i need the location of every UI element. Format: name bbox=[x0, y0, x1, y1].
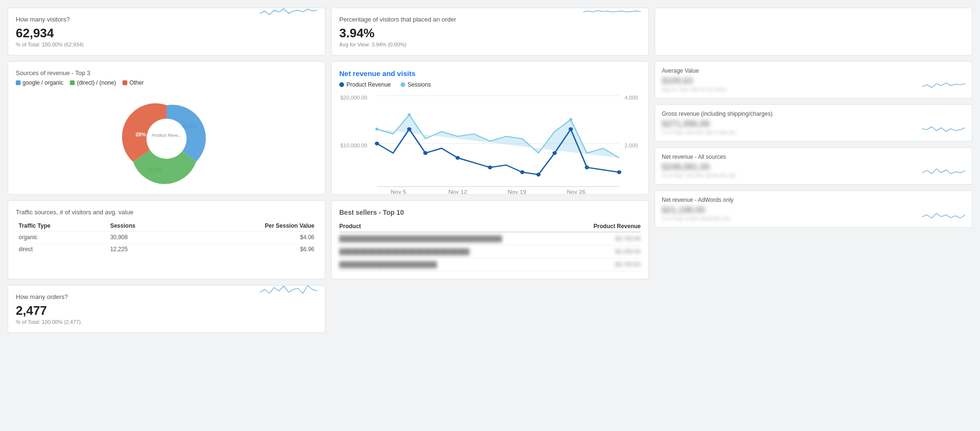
svg-text:40.6%: 40.6% bbox=[182, 123, 197, 129]
net-revenue-all-row: $248,081.00 % of Total: 100.00% ($248,08… bbox=[662, 162, 965, 178]
net-revenue-all-card: Net revenue - All sources $248,081.00 % … bbox=[655, 147, 972, 185]
bs-row-3: ████████████████████████ $9,789.84 bbox=[339, 258, 641, 271]
legend-item-google: google / organic bbox=[16, 79, 63, 86]
traffic-value-direct: $6.96 bbox=[183, 243, 317, 255]
visitors-sparkline bbox=[260, 1, 317, 21]
svg-text:Nov 26: Nov 26 bbox=[567, 189, 585, 195]
svg-point-18 bbox=[423, 151, 428, 155]
traffic-table: Traffic Type Sessions Per Session Value … bbox=[16, 221, 317, 255]
bs-col-product: Product bbox=[339, 221, 573, 232]
bs-row-1: ████████████████████████████████████████… bbox=[339, 232, 641, 245]
legend-product-revenue: Product Revenue bbox=[339, 81, 391, 88]
net-revenue-adwords-row: $21,198.00 % of Total: 8.55% ($248,081.0… bbox=[662, 205, 965, 221]
traffic-sessions-direct: 12,225 bbox=[107, 243, 183, 255]
svg-point-14 bbox=[408, 113, 411, 116]
gross-revenue-value: $271,996.89 bbox=[662, 119, 735, 129]
legend-label-sessions: Sessions bbox=[408, 81, 431, 88]
conversion-title: Percentage of visitors that placed an or… bbox=[339, 16, 583, 23]
sources-title: Sources of revenue - Top 3 bbox=[16, 69, 317, 77]
donut-chart: Product Reve... 40.6% 31.3% 28% bbox=[16, 91, 317, 187]
net-revenue-adwords-sub: % of Total: 8.55% ($248,081.00) bbox=[662, 216, 730, 221]
svg-point-15 bbox=[569, 118, 572, 121]
legend-label-revenue: Product Revenue bbox=[346, 81, 391, 88]
legend-circle-revenue bbox=[339, 82, 344, 87]
net-revenue-adwords-value: $21,198.00 bbox=[662, 205, 730, 215]
net-revenue-card: Net revenue and visits Product Revenue S… bbox=[331, 61, 649, 195]
traffic-card: Traffic sources, # of visitors and avg. … bbox=[8, 200, 325, 279]
traffic-value-organic: $4.06 bbox=[183, 232, 317, 243]
visitors-subtitle: % of Total: 100.00% (62,934) bbox=[16, 42, 260, 47]
legend-dot-other bbox=[122, 80, 127, 85]
right-col: Average Value $109.63 Avg for View: $94.… bbox=[655, 61, 972, 279]
bs-revenue-1: $9,789.84 bbox=[573, 232, 641, 245]
traffic-type-organic: organic bbox=[16, 232, 107, 243]
net-revenue-all-value: $248,081.00 bbox=[662, 162, 735, 172]
sources-card: Sources of revenue - Top 3 google / orga… bbox=[8, 61, 325, 195]
legend-label-direct: (direct) / (none) bbox=[77, 79, 116, 86]
gross-revenue-sub: % of Total: 100.00% ($271,996.89) bbox=[662, 130, 735, 135]
svg-point-26 bbox=[617, 170, 622, 174]
svg-text:31.3%: 31.3% bbox=[147, 166, 162, 172]
svg-point-22 bbox=[536, 173, 541, 177]
svg-point-20 bbox=[488, 166, 492, 169]
traffic-type-direct: direct bbox=[16, 243, 107, 255]
bs-product-3: ████████████████████████ bbox=[339, 258, 573, 271]
svg-text:Nov 19: Nov 19 bbox=[508, 189, 526, 195]
traffic-row-organic: organic 30,908 $4.06 bbox=[16, 232, 317, 243]
gross-revenue-title: Gross revenue (including shipping/charge… bbox=[662, 111, 965, 117]
svg-point-23 bbox=[553, 151, 557, 155]
svg-point-21 bbox=[520, 170, 524, 174]
avg-value-sub: Avg for View: $94.64 (15.83%) bbox=[662, 87, 726, 92]
svg-text:$10,000.00: $10,000.00 bbox=[340, 143, 367, 148]
bs-col-revenue: Product Revenue bbox=[573, 221, 641, 232]
svg-point-16 bbox=[375, 142, 379, 145]
net-revenue-adwords-title: Net revenue - AdWords only bbox=[662, 197, 965, 203]
traffic-title: Traffic sources, # of visitors and avg. … bbox=[16, 209, 317, 216]
bs-revenue-3: $9,789.84 bbox=[573, 258, 641, 271]
dashboard: How many visitors? 62,934 % of Total: 10… bbox=[8, 8, 972, 333]
svg-text:Nov 12: Nov 12 bbox=[448, 189, 467, 195]
orders-subtitle: % of Total: 100.00% (2,477) bbox=[16, 319, 260, 325]
svg-point-13 bbox=[375, 128, 379, 131]
col-traffic-type: Traffic Type bbox=[16, 221, 107, 232]
bs-row-2: ████████████████████████████████ $9,289.… bbox=[339, 245, 641, 258]
net-revenue-title: Net revenue and visits bbox=[339, 69, 641, 77]
traffic-sessions-organic: 30,908 bbox=[107, 232, 183, 243]
conversion-card: Percentage of visitors that placed an or… bbox=[331, 8, 649, 55]
net-revenue-all-title: Net revenue - All sources bbox=[662, 154, 965, 160]
legend-label-other: Other bbox=[129, 79, 144, 86]
avg-value-card: Average Value $109.63 Avg for View: $94.… bbox=[655, 61, 972, 99]
bs-product-2: ████████████████████████████████ bbox=[339, 245, 573, 258]
orders-sparkline bbox=[260, 279, 317, 298]
orders-title: How many orders? bbox=[16, 293, 260, 300]
legend-sessions: Sessions bbox=[401, 81, 431, 88]
svg-point-25 bbox=[585, 166, 589, 169]
avg-value-title: Average Value bbox=[662, 67, 965, 74]
bestsellers-card: Best sellers - Top 10 Product Product Re… bbox=[331, 200, 649, 279]
bestsellers-title: Best sellers - Top 10 bbox=[339, 209, 641, 216]
traffic-row-direct: direct 12,225 $6.96 bbox=[16, 243, 317, 255]
net-revenue-all-sub: % of Total: 100.00% ($248,081.00) bbox=[662, 173, 735, 178]
legend-circle-sessions bbox=[401, 82, 405, 87]
svg-text:Product Reve...: Product Reve... bbox=[152, 133, 181, 138]
bs-product-1: ████████████████████████████████████████ bbox=[339, 232, 573, 245]
bs-header-row: Product Product Revenue bbox=[339, 221, 641, 232]
col-per-session-value: Per Session Value bbox=[183, 221, 317, 232]
svg-text:4,000: 4,000 bbox=[624, 95, 638, 100]
svg-text:$20,000.00: $20,000.00 bbox=[340, 95, 367, 100]
avg-value-row: $109.63 Avg for View: $94.64 (15.83%) bbox=[662, 76, 965, 92]
net-revenue-adwords-card: Net revenue - AdWords only $21,198.00 % … bbox=[655, 190, 972, 228]
right-metric-0-card bbox=[655, 8, 972, 55]
svg-text:2,000: 2,000 bbox=[624, 143, 638, 148]
legend-item-other: Other bbox=[122, 79, 144, 86]
avg-value-value: $109.63 bbox=[662, 76, 726, 86]
legend-label-google: google / organic bbox=[22, 79, 63, 86]
orders-card: How many orders? 2,477 % of Total: 100.0… bbox=[8, 285, 325, 333]
col-sessions: Sessions bbox=[107, 221, 183, 232]
gross-revenue-row: $271,996.89 % of Total: 100.00% ($271,99… bbox=[662, 119, 965, 135]
legend-dot-google bbox=[16, 80, 21, 85]
conversion-sparkline bbox=[583, 1, 641, 21]
conversion-value: 3.94% bbox=[339, 26, 583, 41]
visitors-card: How many visitors? 62,934 % of Total: 10… bbox=[8, 8, 325, 55]
legend-item-direct: (direct) / (none) bbox=[70, 79, 116, 86]
